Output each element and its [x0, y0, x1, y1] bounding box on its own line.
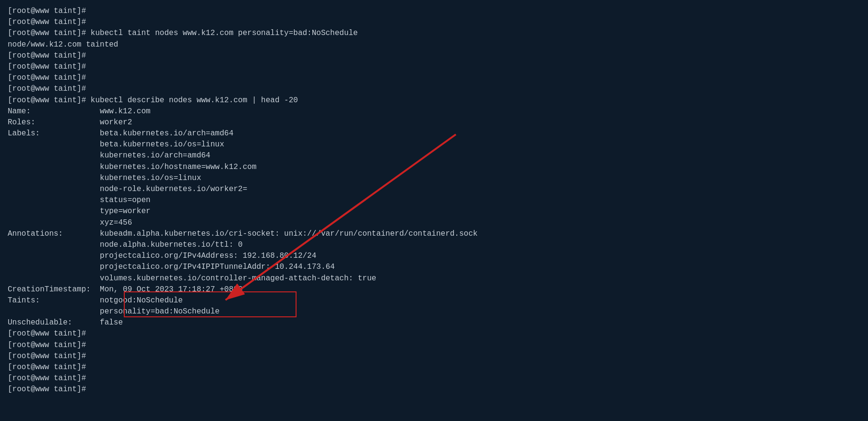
terminal-line-34: [root@www taint]#: [8, 384, 860, 395]
terminal-line-3: node/www.k12.com tainted: [8, 39, 860, 50]
terminal-line-18: type=worker: [8, 206, 860, 217]
terminal-line-6: [root@www taint]#: [8, 72, 860, 84]
terminal-line-7: [root@www taint]#: [8, 84, 860, 95]
terminal-line-22: projectcalico.org/IPv4Address: 192.168.8…: [8, 251, 860, 262]
terminal-line-31: [root@www taint]#: [8, 351, 860, 362]
terminal-line-0: [root@www taint]#: [8, 6, 860, 17]
terminal-line-20: Annotations: kubeadm.alpha.kubernetes.io…: [8, 229, 860, 240]
terminal-line-8: [root@www taint]# kubectl describe nodes…: [8, 95, 860, 106]
terminal-line-17: status=open: [8, 195, 860, 206]
terminal-line-21: node.alpha.kubernetes.io/ttl: 0: [8, 240, 860, 251]
terminal-line-9: Name: www.k12.com: [8, 106, 860, 117]
terminal-line-25: CreationTimestamp: Mon, 09 Oct 2023 17:1…: [8, 284, 860, 295]
terminal-line-32: [root@www taint]#: [8, 362, 860, 373]
terminal-line-28: Unschedulable: false: [8, 317, 860, 328]
terminal-line-5: [root@www taint]#: [8, 61, 860, 72]
terminal-line-27: personality=bad:NoSchedule: [8, 306, 860, 317]
terminal-line-23: projectcalico.org/IPv4IPIPTunnelAddr: 10…: [8, 262, 860, 273]
terminal-line-1: [root@www taint]#: [8, 17, 860, 28]
terminal-line-10: Roles: worker2: [8, 117, 860, 128]
terminal-line-2: [root@www taint]# kubectl taint nodes ww…: [8, 28, 860, 39]
terminal-line-14: kubernetes.io/hostname=www.k12.com: [8, 162, 860, 173]
terminal-line-11: Labels: beta.kubernetes.io/arch=amd64: [8, 128, 860, 139]
terminal-line-12: beta.kubernetes.io/os=linux: [8, 139, 860, 150]
terminal-line-15: kubernetes.io/os=linux: [8, 173, 860, 184]
terminal-line-30: [root@www taint]#: [8, 340, 860, 351]
terminal-window: [root@www taint]#[root@www taint]#[root@…: [0, 0, 868, 421]
terminal-line-4: [root@www taint]#: [8, 50, 860, 61]
terminal-line-13: kubernetes.io/arch=amd64: [8, 150, 860, 161]
terminal-line-19: xyz=456: [8, 217, 860, 229]
terminal-line-33: [root@www taint]#: [8, 373, 860, 384]
terminal-output: [root@www taint]#[root@www taint]#[root@…: [8, 6, 860, 396]
terminal-line-24: volumes.kubernetes.io/controller-managed…: [8, 273, 860, 284]
terminal-line-16: node-role.kubernetes.io/worker2=: [8, 184, 860, 195]
terminal-line-26: Taints: notgood:NoSchedule: [8, 295, 860, 306]
terminal-line-29: [root@www taint]#: [8, 328, 860, 339]
